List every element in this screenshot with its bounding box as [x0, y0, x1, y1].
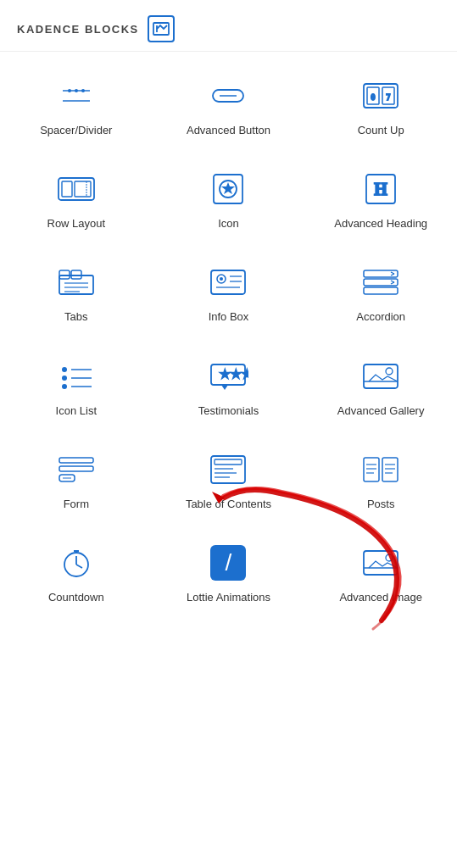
count-up-label: Count Up	[358, 123, 404, 138]
tabs-icon	[56, 265, 97, 299]
lottie-bg: /	[210, 545, 246, 581]
page-header: KADENCE BLOCKS	[0, 0, 457, 52]
svg-line-39	[391, 274, 394, 275]
lottie-animations-label: Lottie Animations	[187, 590, 270, 605]
block-advanced-gallery[interactable]: Advanced Gallery	[304, 341, 457, 434]
countdown-icon	[56, 546, 97, 580]
accordion-label: Accordion	[356, 309, 405, 325]
svg-rect-35	[364, 279, 398, 286]
svg-text:★★★: ★★★	[220, 368, 248, 381]
svg-rect-28	[211, 270, 245, 294]
svg-text:7: 7	[386, 93, 390, 102]
table-of-contents-label: Table of Contents	[186, 497, 271, 512]
spacer-divider-label: Spacer/Divider	[40, 123, 112, 138]
svg-point-30	[220, 277, 223, 281]
block-posts[interactable]: Posts	[304, 434, 457, 527]
row-layout-label: Row Layout	[47, 216, 106, 231]
posts-icon	[360, 453, 401, 487]
icon-label: Icon	[218, 216, 239, 231]
icon-block-icon	[208, 172, 248, 206]
posts-label: Posts	[367, 497, 395, 512]
block-tabs[interactable]: Tabs	[0, 247, 153, 340]
block-lottie-animations[interactable]: / Lottie Animations	[153, 527, 305, 620]
testimonials-label: Testimonials	[198, 403, 259, 419]
svg-marker-19	[221, 182, 235, 194]
svg-rect-60	[215, 459, 242, 465]
svg-point-47	[62, 384, 67, 389]
accordion-icon	[360, 265, 401, 299]
svg-rect-77	[364, 551, 398, 575]
svg-rect-56	[59, 466, 93, 471]
block-spacer-divider[interactable]: Spacer/Divider	[0, 60, 153, 153]
advanced-button-label: Advanced Button	[187, 123, 270, 138]
svg-rect-65	[382, 458, 398, 481]
block-row-layout[interactable]: Row Layout	[0, 153, 153, 247]
table-of-contents-icon	[208, 453, 248, 487]
svg-point-79	[386, 554, 393, 561]
svg-rect-52	[364, 364, 398, 388]
svg-marker-50	[221, 385, 228, 390]
icon-list-icon	[56, 359, 97, 393]
advanced-image-icon	[360, 546, 401, 580]
kadence-icon	[148, 15, 175, 42]
testimonials-icon: ★★★	[208, 359, 248, 393]
block-form[interactable]: Form	[0, 434, 153, 527]
lottie-animations-icon: /	[208, 546, 248, 580]
info-box-icon	[208, 265, 248, 299]
svg-rect-15	[75, 181, 91, 197]
advanced-heading-label: Advanced Heading	[334, 216, 427, 231]
icon-list-label: Icon List	[56, 403, 97, 419]
svg-point-4	[81, 89, 85, 92]
svg-rect-14	[62, 181, 72, 197]
row-layout-icon	[56, 172, 97, 206]
block-countdown[interactable]: Countdown	[0, 527, 153, 620]
block-testimonials[interactable]: ★★★ Testimonials	[153, 341, 305, 434]
lottie-symbol: /	[226, 551, 232, 575]
svg-rect-24	[71, 270, 81, 279]
svg-rect-59	[211, 456, 245, 483]
svg-point-43	[62, 367, 67, 372]
form-icon	[56, 453, 97, 487]
svg-point-3	[75, 89, 78, 92]
svg-rect-34	[364, 270, 398, 277]
advanced-gallery-icon	[360, 359, 401, 393]
blocks-grid: Spacer/Divider Advanced Button 0 7	[0, 52, 457, 629]
block-icon[interactable]: Icon	[153, 153, 305, 247]
svg-rect-0	[153, 23, 169, 35]
advanced-button-icon	[208, 79, 248, 113]
svg-line-42	[391, 282, 394, 284]
count-up-icon: 0 7	[360, 79, 401, 113]
block-info-box[interactable]: Info Box	[153, 247, 305, 340]
block-count-up[interactable]: 0 7 Count Up	[304, 60, 457, 153]
block-advanced-heading[interactable]: H Advanced Heading	[304, 153, 457, 247]
block-advanced-image[interactable]: Advanced Image	[304, 527, 457, 620]
spacer-divider-icon	[56, 79, 97, 113]
svg-text:0: 0	[371, 93, 375, 102]
svg-text:H: H	[374, 180, 387, 198]
svg-rect-36	[364, 287, 398, 294]
advanced-gallery-label: Advanced Gallery	[337, 403, 425, 419]
block-advanced-button[interactable]: Advanced Button	[153, 60, 305, 153]
svg-point-45	[62, 376, 67, 381]
advanced-heading-icon: H	[360, 172, 401, 206]
svg-rect-23	[59, 270, 70, 279]
block-table-of-contents[interactable]: Table of Contents	[153, 434, 305, 527]
grid-layout: Spacer/Divider Advanced Button 0 7	[0, 52, 457, 629]
info-box-label: Info Box	[209, 309, 249, 325]
svg-point-54	[386, 368, 393, 375]
svg-rect-55	[59, 458, 93, 463]
header-title: KADENCE BLOCKS	[17, 23, 139, 36]
form-label: Form	[64, 497, 89, 512]
svg-point-2	[68, 89, 71, 92]
block-icon-list[interactable]: Icon List	[0, 341, 153, 434]
svg-line-74	[76, 565, 82, 568]
block-accordion[interactable]: Accordion	[304, 247, 457, 340]
advanced-image-label: Advanced Image	[339, 590, 422, 605]
svg-rect-64	[364, 458, 379, 481]
countdown-label: Countdown	[48, 590, 104, 605]
tabs-label: Tabs	[64, 309, 87, 325]
